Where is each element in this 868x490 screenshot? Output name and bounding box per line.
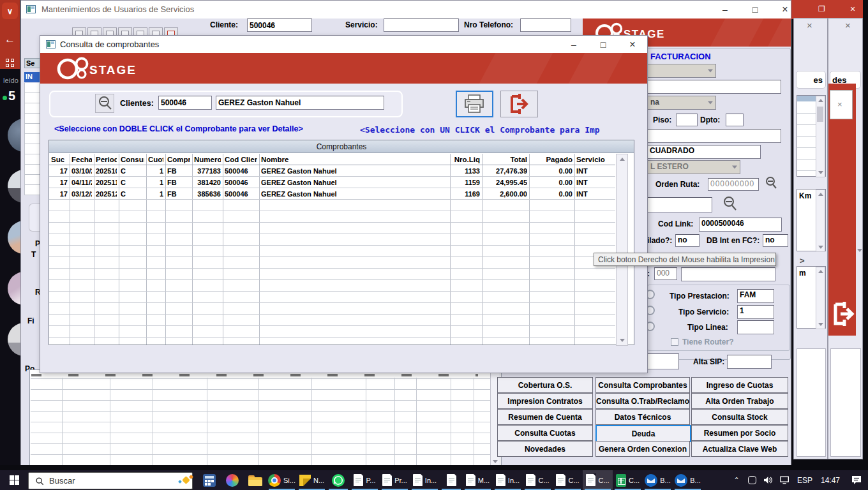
table-cell[interactable]: 04/11/25 bbox=[71, 177, 92, 188]
table-cell[interactable]: 381420 bbox=[194, 177, 221, 188]
taskbar-app-file-explorer[interactable] bbox=[244, 470, 267, 490]
table-cell[interactable]: 0.00 bbox=[531, 166, 572, 176]
table-cell[interactable]: GEREZ Gaston Nahuel bbox=[261, 177, 448, 188]
action-button-actualiza-clave-web[interactable]: Actualiza Clave Web bbox=[691, 441, 788, 457]
minimize-button[interactable]: – bbox=[562, 37, 585, 52]
table-cell[interactable]: 27,476.39 bbox=[484, 166, 527, 176]
network-icon[interactable] bbox=[776, 470, 794, 490]
table-cell[interactable]: 1 bbox=[148, 189, 163, 199]
table-cell[interactable]: GEREZ Gaston Nahuel bbox=[261, 166, 448, 176]
tiene-router-checkbox[interactable] bbox=[671, 338, 678, 346]
client-search-button[interactable] bbox=[95, 94, 114, 113]
minimize-button[interactable]: – bbox=[714, 2, 737, 17]
tipo-prestacion-field[interactable]: FAM bbox=[737, 289, 774, 303]
action-button-consulta-o-trab-reclamo[interactable]: Consulta O.Trab/Reclamo bbox=[595, 393, 690, 409]
close-icon[interactable]: × bbox=[850, 4, 855, 14]
provincia-combobox[interactable]: L ESTERO bbox=[647, 160, 740, 174]
table-cell[interactable]: INT bbox=[576, 189, 613, 199]
scrollbar-thumb[interactable] bbox=[817, 107, 823, 122]
clock[interactable]: 14:47 bbox=[816, 470, 845, 490]
cod-link-field[interactable]: 0000500046 bbox=[699, 218, 782, 232]
taskbar-app-notepad[interactable]: C... bbox=[523, 470, 553, 490]
dpto-input[interactable] bbox=[726, 114, 744, 126]
column-header[interactable]: Servicio bbox=[576, 154, 613, 165]
table-cell[interactable]: 2,600.00 bbox=[484, 189, 527, 199]
entre-calles-field[interactable] bbox=[647, 129, 781, 143]
listbox-scrollbar[interactable] bbox=[816, 96, 825, 177]
telefono-input[interactable] bbox=[520, 19, 571, 32]
zona-desc-field[interactable] bbox=[681, 267, 775, 281]
clipped-button[interactable]: es bbox=[796, 71, 826, 89]
restore-icon[interactable]: ❐ bbox=[818, 4, 825, 13]
table-cell[interactable]: 500046 bbox=[225, 189, 257, 199]
background-listbox[interactable] bbox=[797, 95, 826, 177]
taskbar-app-sheets[interactable]: C... bbox=[613, 470, 643, 490]
main-titlebar[interactable]: Mantenimientos de Usuarios de Servicios … bbox=[21, 1, 791, 19]
notification-center-icon[interactable] bbox=[845, 470, 868, 490]
close-icon[interactable]: × bbox=[845, 20, 851, 31]
action-button-novedades[interactable]: Novedades bbox=[497, 441, 593, 457]
taskbar-app-notepad[interactable]: In... bbox=[493, 470, 523, 490]
column-header[interactable]: Consumo bbox=[121, 154, 144, 165]
avatar[interactable] bbox=[8, 221, 21, 254]
table-scrollbar[interactable] bbox=[616, 154, 628, 346]
taskbar-app-notepad[interactable]: M... bbox=[463, 470, 493, 490]
action-button-consulta-stock[interactable]: Consulta Stock bbox=[691, 409, 788, 425]
direccion-field[interactable] bbox=[647, 80, 781, 94]
tray-app-icon[interactable] bbox=[744, 470, 760, 490]
grid-menu-icon[interactable] bbox=[6, 59, 15, 68]
table-cell[interactable]: 500046 bbox=[225, 177, 257, 188]
db-int-field[interactable]: no bbox=[763, 234, 788, 247]
column-header[interactable]: Pagado bbox=[531, 154, 572, 165]
table-cell[interactable]: 03/12/25 bbox=[71, 189, 92, 199]
taskbar-app-notepad[interactable] bbox=[440, 470, 463, 490]
column-header[interactable]: Nro.Liq bbox=[452, 154, 480, 165]
table-cell[interactable]: 0.00 bbox=[531, 189, 572, 199]
action-button-deuda[interactable]: Deuda bbox=[595, 425, 691, 442]
avatar[interactable] bbox=[8, 170, 21, 203]
table-cell[interactable]: C bbox=[121, 166, 144, 176]
table-cell[interactable]: 1159 bbox=[452, 177, 480, 188]
avatar[interactable] bbox=[8, 119, 21, 152]
action-button-consulta-comprobantes[interactable]: Consulta Comprobantes bbox=[595, 377, 690, 393]
column-header[interactable]: Total bbox=[484, 154, 527, 165]
table-cell[interactable]: 0.00 bbox=[531, 177, 572, 188]
exit-button[interactable] bbox=[500, 91, 538, 117]
cliente-input[interactable] bbox=[247, 19, 312, 32]
close-button[interactable]: × bbox=[774, 2, 791, 17]
piso-input[interactable] bbox=[676, 114, 698, 126]
cliente-name-input[interactable] bbox=[216, 96, 384, 110]
language-indicator[interactable]: ESP bbox=[794, 470, 816, 490]
background-listbox-km[interactable]: Km bbox=[797, 189, 826, 251]
busqueda-field[interactable] bbox=[647, 197, 712, 212]
search-box[interactable]: Buscar bbox=[28, 472, 193, 489]
table-cell[interactable]: 17 bbox=[51, 189, 68, 199]
close-icon[interactable]: × bbox=[807, 20, 812, 31]
table-cell[interactable]: FB bbox=[167, 189, 190, 199]
column-header[interactable]: Nombre bbox=[261, 154, 448, 165]
taskbar-app-thunderbird[interactable]: B... bbox=[643, 470, 673, 490]
taskbar-app-sticky-notes[interactable]: N... bbox=[297, 470, 327, 490]
table-cell[interactable]: 1 bbox=[148, 166, 163, 176]
zona-combobox[interactable] bbox=[647, 64, 716, 78]
volume-icon[interactable] bbox=[760, 470, 776, 490]
tipo-servicio-field[interactable]: 1 bbox=[737, 305, 774, 319]
action-button-ingreso-de-cuotas[interactable]: Ingreso de Cuotas bbox=[691, 377, 788, 393]
background-listbox-m[interactable]: m bbox=[797, 266, 826, 329]
taskbar-app-notepad[interactable]: In... bbox=[410, 470, 440, 490]
comprobantes-table[interactable]: Comprobantes SucFechaPeriodoConsumoCuota… bbox=[49, 140, 634, 345]
bg-selected-row[interactable]: IN bbox=[24, 72, 41, 82]
more-arrow[interactable]: > bbox=[800, 256, 805, 265]
taskbar-app-calculator[interactable] bbox=[198, 470, 221, 490]
column-header[interactable]: Cuota bbox=[148, 154, 163, 165]
action-button-resumen-de-cuenta[interactable]: Resumen de Cuenta bbox=[497, 409, 593, 425]
table-cell[interactable]: 1 bbox=[148, 177, 163, 188]
column-header[interactable]: Cod Cliente bbox=[225, 154, 257, 165]
column-header[interactable]: Numero bbox=[194, 154, 221, 165]
close-icon[interactable]: × bbox=[837, 100, 842, 109]
action-button-genera-orden-conexion[interactable]: Genera Orden Conexion bbox=[595, 441, 690, 457]
sip-field[interactable] bbox=[647, 353, 679, 369]
table-cell[interactable]: 202511 bbox=[96, 177, 117, 188]
table-cell[interactable]: INT bbox=[576, 166, 613, 176]
zona-code-field[interactable]: 000 bbox=[654, 267, 677, 280]
